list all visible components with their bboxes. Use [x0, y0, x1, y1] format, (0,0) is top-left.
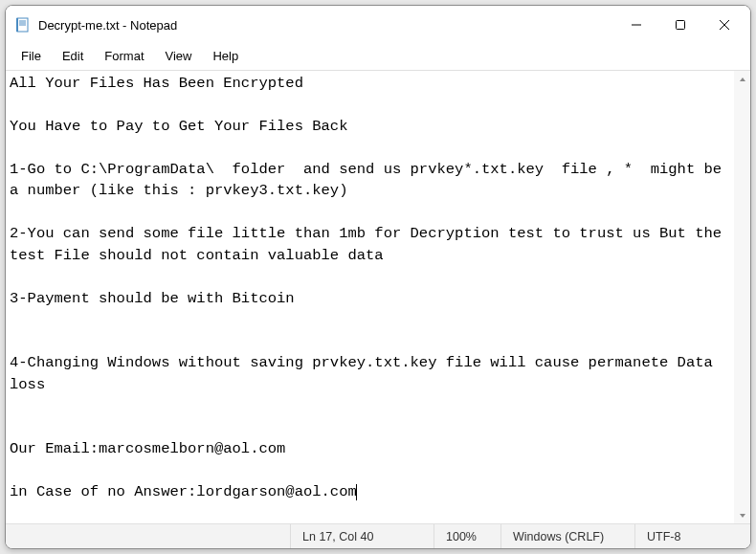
status-encoding: UTF-8: [635, 524, 750, 548]
status-cursor-position: Ln 17, Col 40: [291, 524, 434, 548]
menu-edit[interactable]: Edit: [53, 46, 93, 66]
menu-file[interactable]: File: [11, 46, 51, 66]
menu-help[interactable]: Help: [203, 46, 248, 66]
scroll-down-icon[interactable]: [734, 507, 750, 523]
scroll-up-icon[interactable]: [734, 71, 750, 87]
maximize-button[interactable]: [658, 6, 702, 44]
vertical-scrollbar[interactable]: [734, 71, 750, 523]
status-zoom: 100%: [434, 524, 501, 548]
window-controls: [614, 6, 746, 44]
window-title: Decrypt-me.txt - Notepad: [38, 18, 614, 33]
menu-format[interactable]: Format: [95, 46, 153, 66]
menu-view[interactable]: View: [156, 46, 202, 66]
statusbar: Ln 17, Col 40 100% Windows (CRLF) UTF-8: [6, 523, 750, 548]
svg-rect-6: [677, 21, 685, 30]
menubar: File Edit Format View Help: [6, 44, 750, 70]
status-line-ending: Windows (CRLF): [501, 524, 635, 548]
notepad-window: Decrypt-me.txt - Notepad File Edit Forma…: [5, 5, 751, 549]
content-wrapper: All Your Files Has Been Encrypted You Ha…: [6, 70, 750, 523]
minimize-button[interactable]: [614, 6, 658, 44]
close-button[interactable]: [702, 6, 746, 44]
text-editor[interactable]: All Your Files Has Been Encrypted You Ha…: [6, 71, 734, 523]
svg-rect-4: [16, 18, 18, 32]
status-spacer: [6, 524, 291, 548]
notepad-app-icon: [15, 17, 31, 33]
titlebar[interactable]: Decrypt-me.txt - Notepad: [6, 6, 750, 44]
